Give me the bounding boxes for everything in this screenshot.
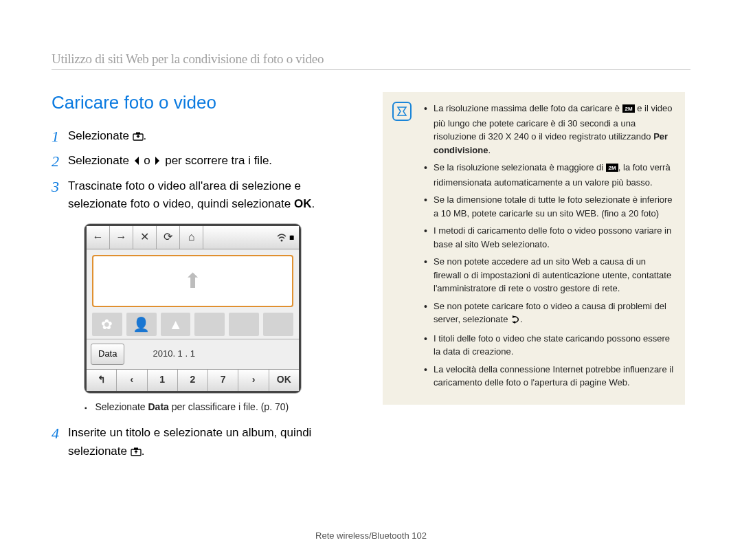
note-item: Se la dimensione totale di tutte le foto…: [424, 193, 674, 220]
data-button[interactable]: Data: [91, 344, 124, 364]
step-text: .: [144, 129, 147, 142]
step-4: Inserite un titolo e selezionate un albu…: [52, 424, 354, 462]
step-text: .: [311, 197, 315, 210]
chevron-left-icon: [133, 153, 141, 171]
sub-bullet: Selezionate Data per classificare i file…: [85, 400, 354, 415]
refresh-icon[interactable]: ⟳: [157, 226, 180, 249]
home-icon[interactable]: ⌂: [180, 226, 203, 249]
breadcrumb: Utilizzo di siti Web per la condivisione…: [52, 52, 690, 70]
footer-section: Rete wireless/Bluetooth: [315, 530, 412, 541]
ok-label: OK: [294, 197, 312, 210]
page-7-button[interactable]: 7: [208, 370, 238, 391]
svg-rect-1: [136, 133, 140, 135]
text: .: [520, 314, 523, 324]
note-item: Se non potete caricare foto o video a ca…: [424, 300, 674, 328]
close-icon[interactable]: ✕: [133, 226, 157, 249]
resolution-2m-icon: 2M: [606, 162, 618, 176]
date-value: 2010. 1 . 1: [153, 347, 194, 361]
page-1-button[interactable]: 1: [148, 370, 178, 391]
note-box: La risoluzione massima delle foto da car…: [383, 92, 685, 405]
note-item: I titoli delle foto o video che state ca…: [424, 332, 674, 359]
svg-point-2: [281, 239, 283, 241]
step-text: .: [142, 445, 145, 458]
thumbnail[interactable]: [263, 313, 293, 336]
svg-rect-4: [134, 447, 138, 449]
text: per classificare i file. (p. 70): [169, 401, 289, 412]
upload-arrow-icon: ⬆: [184, 265, 201, 298]
signal-bars: ▮▮▮▮: [289, 234, 292, 242]
thumbnail-row: ✿ 👤 ▲: [87, 313, 299, 339]
step-1: Selezionate .: [52, 127, 354, 146]
step-2: Selezionate o per scorrere tra i file.: [52, 152, 354, 171]
return-button[interactable]: ↰: [87, 370, 117, 391]
note-item: I metodi di caricamento delle foto o vid…: [424, 224, 674, 251]
svg-text:2M: 2M: [625, 106, 632, 112]
device-topbar: ← → ✕ ⟳ ⌂ ▮▮▮▮: [87, 226, 299, 249]
section-title: Caricare foto o video: [52, 92, 354, 113]
step-text: Trascinate foto o video all'area di sele…: [68, 179, 301, 210]
page-footer: Rete wireless/Bluetooth 102: [0, 530, 742, 541]
step-text: Selezionate: [68, 154, 133, 167]
forward-icon[interactable]: →: [110, 226, 133, 249]
thumbnail[interactable]: [229, 313, 259, 336]
thumbnail[interactable]: ✿: [92, 313, 122, 336]
thumbnail[interactable]: [194, 313, 225, 336]
resolution-2m-icon: 2M: [622, 103, 635, 117]
page-2-button[interactable]: 2: [178, 370, 208, 391]
bold-text: Data: [148, 401, 169, 412]
device-bottombar: ↰ ‹ 1 2 7 › OK: [87, 369, 299, 391]
thumbnail[interactable]: ▲: [161, 313, 191, 336]
step-text: o: [141, 154, 154, 167]
data-row: Data 2010. 1 . 1: [87, 339, 299, 368]
next-button[interactable]: ›: [238, 370, 269, 391]
text: Selezionate: [95, 401, 148, 412]
note-item: La risoluzione massima delle foto da car…: [424, 102, 674, 157]
text: .: [488, 145, 491, 155]
signal-icon: ▮▮▮▮: [270, 233, 299, 243]
device-screenshot: ← → ✕ ⟳ ⌂ ▮▮▮▮ ⬆: [85, 224, 301, 392]
svg-text:2M: 2M: [608, 165, 616, 171]
retry-icon: [510, 314, 520, 328]
note-item: Se non potete accedere ad un sito Web a …: [424, 255, 674, 295]
steps-list: Selezionate . Selezionate o per scorrere…: [52, 127, 354, 462]
upload-icon: [133, 128, 144, 146]
back-icon[interactable]: ←: [87, 226, 110, 249]
step-text: per scorrere tra i file.: [161, 154, 272, 167]
step-3: Trascinate foto o video all'area di sele…: [52, 177, 354, 415]
prev-button[interactable]: ‹: [117, 370, 147, 391]
text: Se non potete caricare foto o video a ca…: [434, 301, 666, 325]
note-item: Se la risoluzione selezionata è maggiore…: [424, 161, 674, 189]
thumbnail[interactable]: 👤: [126, 313, 157, 336]
upload-icon: [131, 444, 142, 462]
step-text: Selezionate: [68, 129, 133, 142]
step-text: Inserite un titolo e selezionate un albu…: [68, 426, 311, 457]
note-item: La velocità della connessione Internet p…: [424, 363, 674, 390]
page-number: 102: [412, 530, 427, 541]
text: Se la risoluzione selezionata è maggiore…: [434, 162, 606, 172]
ok-button[interactable]: OK: [269, 370, 299, 391]
text: La risoluzione massima delle foto da car…: [434, 103, 622, 113]
chevron-right-icon: [153, 153, 161, 171]
note-icon: [392, 102, 412, 121]
drop-area[interactable]: ⬆: [92, 255, 293, 307]
